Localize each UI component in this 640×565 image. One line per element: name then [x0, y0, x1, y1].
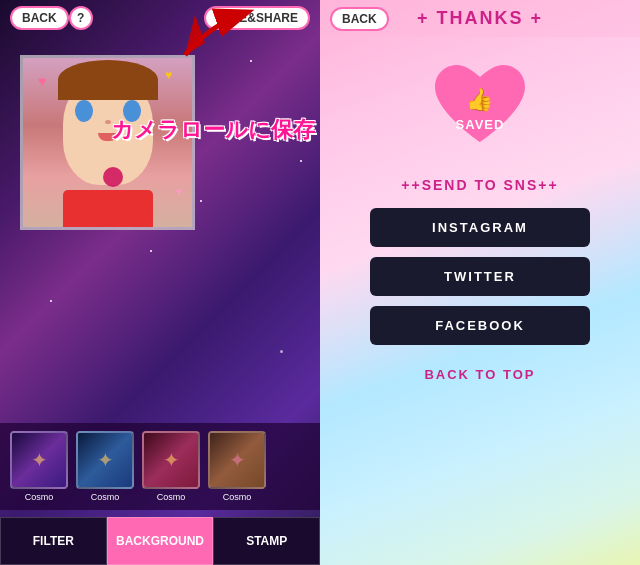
facebook-button[interactable]: FACEBOOK [370, 306, 590, 345]
big-heart: 👍 SAVED [425, 57, 535, 157]
thumb-item-2[interactable]: Cosmo [76, 431, 134, 502]
help-button[interactable]: ? [69, 6, 93, 30]
saved-text: SAVED [456, 117, 505, 132]
thumb-image-3 [142, 431, 200, 489]
twitter-button[interactable]: TWITTER [370, 257, 590, 296]
thumbs-up-icon: 👍 [466, 87, 493, 113]
heart-saved-container: 👍 SAVED [425, 57, 535, 157]
svg-marker-1 [185, 15, 205, 55]
send-to-sns-label: ++SEND TO SNS++ [401, 177, 558, 193]
doll-hair [58, 60, 158, 100]
left-header: BACK ? SAVE&SHARE [0, 0, 320, 36]
doll-eye-left [75, 100, 93, 122]
left-panel: BACK ? SAVE&SHARE [0, 0, 320, 565]
right-header: BACK + THANKS + [320, 0, 640, 37]
thumb-label-4: Cosmo [223, 492, 252, 502]
thumb-label-2: Cosmo [91, 492, 120, 502]
heart-sticker-2: ♥ [165, 68, 172, 82]
stamp-tab[interactable]: STAMP [213, 517, 320, 565]
thumb-item-4[interactable]: Cosmo [208, 431, 266, 502]
right-panel: BACK + THANKS + 👍 SAVED ++SEND TO SNS++ … [320, 0, 640, 565]
heart-sticker-1: ♥ [38, 73, 46, 89]
background-tab[interactable]: BACKGROUND [107, 517, 214, 565]
back-button-right[interactable]: BACK [330, 7, 389, 31]
thumbnails-section: Cosmo Cosmo Cosmo Cosmo [0, 423, 320, 510]
bottom-tabs: FILTER BACKGROUND STAMP [0, 517, 320, 565]
back-button-left[interactable]: BACK [10, 6, 69, 30]
thumb-label-3: Cosmo [157, 492, 186, 502]
heart-sticker-3: ♥ [176, 186, 182, 197]
saved-content: 👍 SAVED [456, 87, 505, 132]
instagram-button[interactable]: INSTAGRAM [370, 208, 590, 247]
japanese-text: カメラロールに保存 [111, 115, 315, 145]
thumb-item-1[interactable]: Cosmo [10, 431, 68, 502]
thumb-label-1: Cosmo [25, 492, 54, 502]
thumb-item-3[interactable]: Cosmo [142, 431, 200, 502]
thumb-image-4 [208, 431, 266, 489]
back-to-top-button[interactable]: BACK TO TOP [370, 355, 590, 394]
red-arrow [180, 5, 260, 65]
thanks-title: + THANKS + [417, 8, 543, 29]
filter-tab[interactable]: FILTER [0, 517, 107, 565]
doll-outfit [63, 190, 153, 230]
thumb-image-2 [76, 431, 134, 489]
sns-buttons: INSTAGRAM TWITTER FACEBOOK BACK TO TOP [370, 208, 590, 394]
thumb-image-1 [10, 431, 68, 489]
